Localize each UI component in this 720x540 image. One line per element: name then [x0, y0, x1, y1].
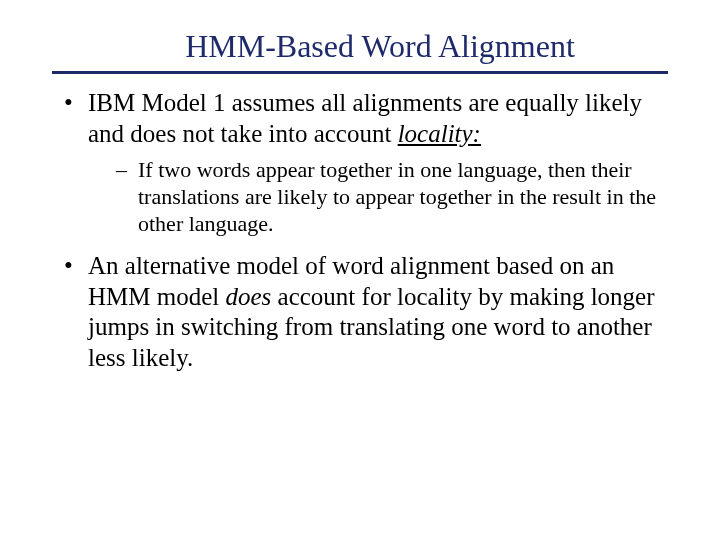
bullet-text: IBM Model 1 assumes all alignments are e…	[88, 89, 642, 147]
list-item: IBM Model 1 assumes all alignments are e…	[62, 88, 662, 237]
slide-title: HMM-Based Word Alignment	[52, 28, 668, 65]
bullet-text: If two words appear together in one lang…	[138, 157, 656, 236]
slide: HMM-Based Word Alignment IBM Model 1 ass…	[0, 0, 720, 540]
sub-bullet-list: If two words appear together in one lang…	[88, 157, 662, 237]
list-item: If two words appear together in one lang…	[116, 157, 662, 237]
emphasis-locality: locality:	[398, 120, 481, 147]
bullet-list: IBM Model 1 assumes all alignments are e…	[52, 88, 668, 373]
title-divider	[52, 71, 668, 74]
emphasis-does: does	[226, 283, 272, 310]
list-item: An alternative model of word alignment b…	[62, 251, 662, 373]
